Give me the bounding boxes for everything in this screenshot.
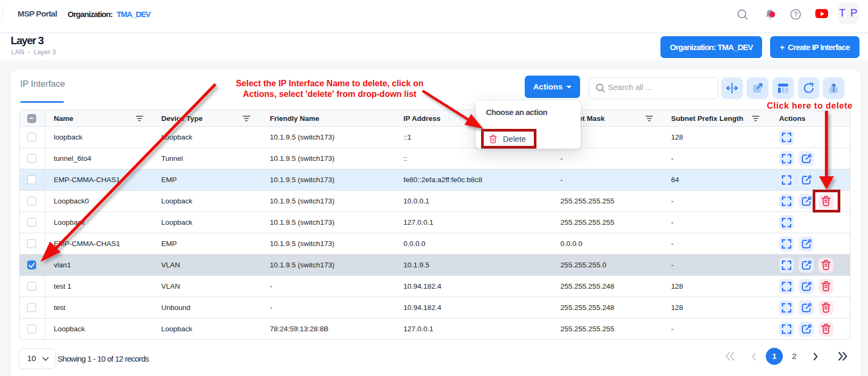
svg-text:?: ? bbox=[793, 11, 798, 18]
